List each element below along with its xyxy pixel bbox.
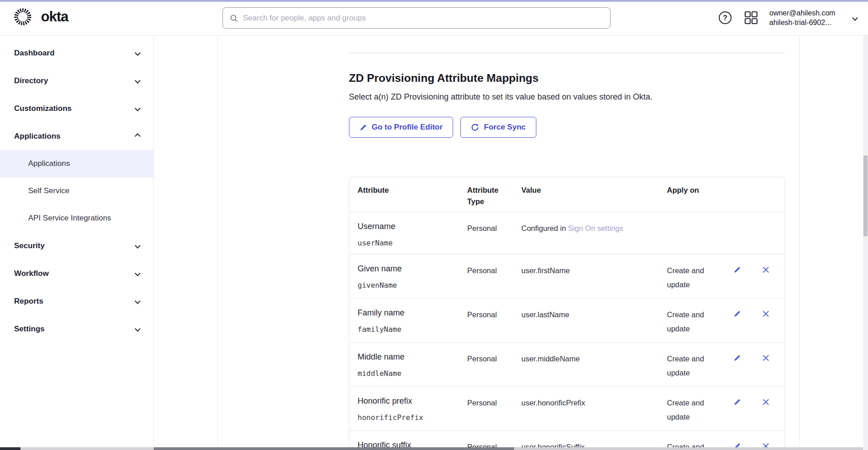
sidebar-item-label: Directory — [14, 76, 48, 85]
attribute-display-name: Family name — [358, 308, 455, 318]
apply-on-cell — [659, 212, 727, 254]
account-email: owner@ahilesh.com — [769, 8, 848, 18]
sidebar-item-label: Dashboard — [14, 49, 55, 58]
attribute-type-cell: Personal — [459, 387, 513, 430]
header-actions: ? owner@ahilesh.com ahilesh-trial-6902..… — [718, 0, 868, 35]
row-actions — [727, 343, 785, 386]
table-row: Username userName Personal Configured in… — [349, 212, 785, 254]
sidebar-item-directory[interactable]: Directory — [0, 67, 153, 95]
secondary-panel — [154, 35, 218, 450]
vertical-scrollbar[interactable] — [863, 35, 868, 450]
attribute-variable-name: userName — [358, 239, 455, 248]
sidebar-item-label: Workflow — [14, 269, 49, 278]
go-to-profile-editor-button[interactable]: Go to Profile Editor — [349, 117, 453, 138]
sidebar-hscroll-track[interactable] — [20, 447, 154, 450]
attribute-display-name: Username — [358, 221, 455, 231]
chevron-down-icon[interactable] — [852, 15, 858, 21]
okta-admin-console: okta ? — [0, 0, 868, 450]
account-org: ahilesh-trial-6902... — [769, 18, 848, 27]
search-input[interactable] — [243, 14, 604, 23]
button-label: Go to Profile Editor — [372, 123, 443, 132]
attribute-variable-name: familyName — [358, 325, 455, 334]
page-title: ZD Provisioning Attribute Mappings — [349, 71, 785, 85]
sidebar-subitem-self-service[interactable]: Self Service — [0, 177, 153, 205]
column-header-attribute: Attribute — [349, 177, 459, 212]
attribute-variable-name: honorificPrefix — [358, 413, 455, 422]
horizontal-scrollbar[interactable] — [0, 447, 868, 450]
remove-mapping-button[interactable] — [762, 310, 771, 318]
okta-logo[interactable]: okta — [12, 6, 68, 27]
column-header-apply-on: Apply on — [659, 177, 727, 212]
value-cell: user.firstName — [513, 255, 659, 298]
table-row: Given name givenName Personal user.first… — [349, 254, 785, 298]
chevron-down-icon — [135, 326, 141, 332]
value-cell: user.lastName — [513, 299, 659, 342]
edit-mapping-button[interactable] — [733, 310, 742, 318]
close-icon — [762, 266, 769, 273]
pencil-icon — [733, 266, 741, 274]
sidebar-subitem-applications[interactable]: Applications — [0, 150, 153, 177]
right-gutter — [800, 35, 868, 450]
chevron-down-icon — [135, 78, 141, 84]
attribute-display-name: Middle name — [358, 352, 455, 362]
sidebar-item-settings[interactable]: Settings — [0, 315, 153, 343]
sidebar-item-dashboard[interactable]: Dashboard — [0, 39, 153, 67]
column-header-value: Value — [513, 177, 659, 212]
sidebar-item-customizations[interactable]: Customizations — [0, 95, 153, 122]
section-divider — [349, 53, 785, 53]
attribute-display-name: Given name — [358, 264, 455, 274]
help-button[interactable]: ? — [718, 11, 732, 25]
button-label: Force Sync — [484, 123, 526, 132]
remove-mapping-button[interactable] — [762, 265, 771, 274]
apply-on-cell: Create and update — [659, 387, 727, 430]
chevron-down-icon — [135, 243, 141, 249]
page-subtitle: Select a(n) ZD Provisioning attribute to… — [349, 91, 785, 102]
chevron-up-icon — [135, 133, 141, 139]
remove-mapping-button[interactable] — [762, 354, 771, 362]
force-sync-button[interactable]: Force Sync — [460, 117, 536, 138]
top-header: okta ? — [0, 0, 868, 35]
column-header-actions — [727, 177, 785, 212]
row-actions — [727, 387, 785, 430]
search-icon — [229, 14, 238, 23]
row-actions — [727, 255, 785, 298]
sidebar-item-applications[interactable]: Applications — [0, 122, 153, 150]
svg-text:?: ? — [723, 14, 727, 22]
value-cell: user.middleName — [513, 343, 659, 386]
sidebar-item-reports[interactable]: Reports — [0, 287, 153, 315]
content-hscroll-thumb[interactable] — [154, 447, 514, 450]
value-cell: Configured in Sign On settings — [513, 212, 659, 254]
edit-mapping-button[interactable] — [733, 398, 742, 406]
table-row: Middle name middleName Personal user.mid… — [349, 342, 785, 386]
edit-mapping-button[interactable] — [733, 354, 742, 362]
sidebar-item-label: Settings — [14, 325, 45, 334]
sidebar-item-security[interactable]: Security — [0, 232, 153, 260]
sidebar-item-workflow[interactable]: Workflow — [0, 260, 153, 287]
column-header-attribute-type: Attribute Type — [459, 177, 513, 212]
attribute-variable-name: givenName — [358, 281, 455, 290]
okta-wordmark: okta — [41, 9, 68, 25]
value-cell: user.honorificPrefix — [513, 387, 659, 430]
apply-on-cell: Create and update — [659, 255, 727, 298]
attribute-type-cell: Personal — [459, 212, 513, 254]
sidebar-item-label: Customizations — [14, 104, 72, 113]
sign-on-settings-link[interactable]: Sign On settings — [568, 224, 623, 232]
close-icon — [762, 310, 769, 317]
pencil-icon — [359, 124, 367, 131]
attribute-display-name: Honorific prefix — [358, 396, 455, 406]
sidebar-subitem-label: Applications — [28, 159, 70, 168]
sidebar-item-label: Applications — [14, 132, 61, 141]
edit-mapping-button[interactable] — [733, 265, 742, 274]
chevron-down-icon — [135, 298, 141, 304]
vertical-scrollbar-thumb[interactable] — [863, 155, 868, 236]
sidebar-subitem-label: Self Service — [28, 186, 70, 195]
app-switcher-button[interactable] — [744, 10, 758, 25]
pencil-icon — [733, 354, 741, 362]
sidebar-item-label: Security — [14, 241, 45, 250]
pencil-icon — [733, 310, 741, 318]
account-menu[interactable]: owner@ahilesh.com ahilesh-trial-6902... — [769, 8, 848, 27]
apply-on-cell: Create and update — [659, 343, 727, 386]
sidebar-subitem-api-service-integrations[interactable]: API Service Integrations — [0, 205, 153, 232]
sidebar-hscroll-thumb[interactable] — [0, 447, 20, 450]
remove-mapping-button[interactable] — [762, 398, 771, 406]
